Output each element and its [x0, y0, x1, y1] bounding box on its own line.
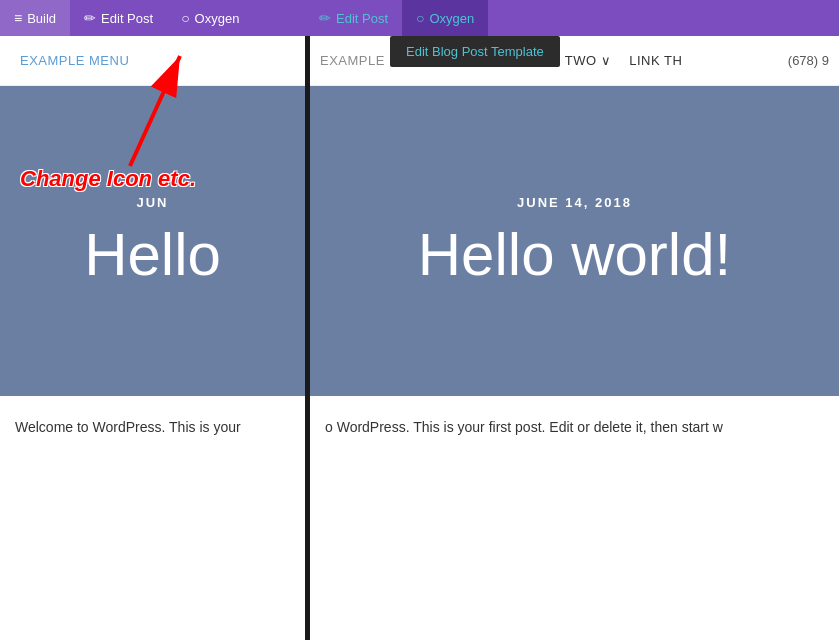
pencil-icon-left: ✏	[84, 10, 96, 26]
edit-post-label-left: Edit Post	[101, 11, 153, 26]
oxygen-icon-left: ○	[181, 10, 189, 26]
left-hero-date: JUN	[136, 195, 168, 210]
oxygen-button-left[interactable]: ○ Oxygen	[167, 0, 253, 36]
right-content-text: o WordPress. This is your first post. Ed…	[325, 419, 723, 435]
nav-link-three[interactable]: LINK TH	[629, 53, 682, 68]
nav-phone: (678) 9	[788, 53, 829, 68]
build-label: Build	[27, 11, 56, 26]
edit-post-button-right[interactable]: ✏ Edit Post	[305, 0, 402, 36]
dropdown-label: Edit Blog Post Template	[406, 44, 544, 59]
left-content-section: Welcome to WordPress. This is your	[0, 396, 305, 458]
right-content-section: o WordPress. This is your first post. Ed…	[310, 396, 839, 458]
left-hero-title: Hello	[84, 222, 221, 288]
build-button[interactable]: ≡ Build	[0, 0, 70, 36]
left-panel: EXAMPLE MENU JUN Hello Welcome to WordPr…	[0, 36, 305, 640]
right-hero-date: JUNE 14, 2018	[517, 195, 632, 210]
oxygen-button-right[interactable]: ○ Oxygen	[402, 0, 488, 36]
oxygen-label-left: Oxygen	[195, 11, 240, 26]
right-hero-title: Hello world!	[418, 222, 731, 288]
admin-bar: ≡ Build ✏ Edit Post ○ Oxygen ✏ Edit Post…	[0, 0, 839, 36]
dropdown-tooltip: Edit Blog Post Template	[390, 36, 560, 67]
right-panel: EXAMPLE MENU LINK ONE LINK TWO ∨ LINK TH…	[310, 36, 839, 640]
edit-post-button-left[interactable]: ✏ Edit Post	[70, 0, 167, 36]
oxygen-label-right: Oxygen	[430, 11, 475, 26]
build-icon: ≡	[14, 10, 22, 26]
admin-bar-left: ≡ Build ✏ Edit Post ○ Oxygen	[0, 0, 305, 36]
admin-bar-right: ✏ Edit Post ○ Oxygen	[305, 0, 839, 36]
left-nav-example-menu: EXAMPLE MENU	[20, 53, 129, 68]
pencil-icon-right: ✏	[319, 10, 331, 26]
left-content-text: Welcome to WordPress. This is your	[15, 419, 241, 435]
panel-divider	[305, 0, 310, 640]
oxygen-icon-right: ○	[416, 10, 424, 26]
right-hero-section: JUNE 14, 2018 Hello world!	[310, 86, 839, 396]
left-nav-bar: EXAMPLE MENU	[0, 36, 305, 86]
edit-post-label-right: Edit Post	[336, 11, 388, 26]
left-hero-section: JUN Hello	[0, 86, 305, 396]
